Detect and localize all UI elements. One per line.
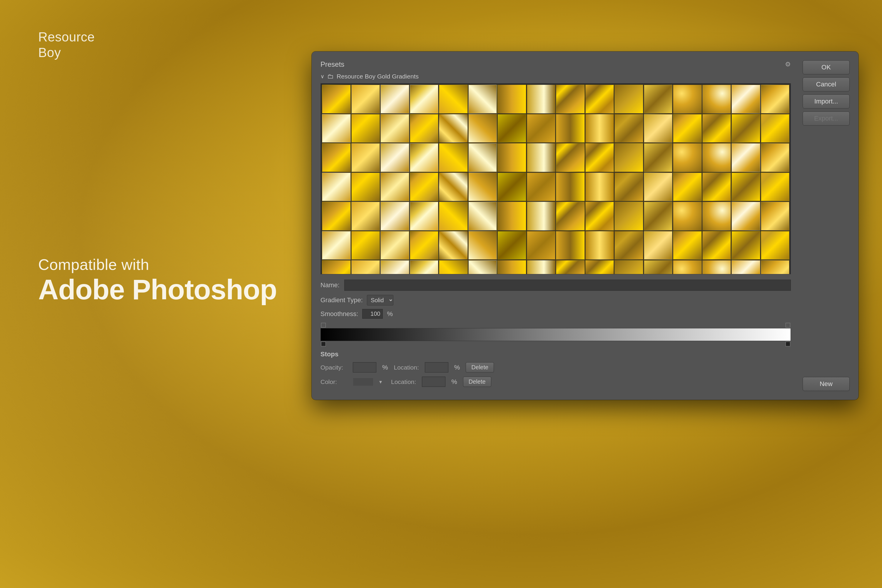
gradient-cell[interactable] bbox=[468, 260, 497, 274]
gradient-cell[interactable] bbox=[732, 114, 760, 143]
gradient-cell[interactable] bbox=[380, 260, 409, 274]
new-button[interactable]: New bbox=[802, 377, 850, 391]
opacity-stop-right[interactable] bbox=[786, 323, 790, 327]
gradient-cell[interactable] bbox=[673, 85, 702, 114]
gradient-cell[interactable] bbox=[673, 143, 702, 172]
gradient-cell[interactable] bbox=[761, 172, 790, 201]
opacity-delete-button[interactable]: Delete bbox=[466, 362, 494, 372]
gradient-cell[interactable] bbox=[702, 143, 731, 172]
gradient-cell[interactable] bbox=[410, 172, 439, 201]
gradient-cell[interactable] bbox=[585, 202, 614, 231]
gradient-cell[interactable] bbox=[498, 172, 526, 201]
gradient-cell[interactable] bbox=[410, 114, 439, 143]
gradient-cell[interactable] bbox=[556, 260, 585, 274]
gradient-cell[interactable] bbox=[644, 231, 673, 260]
gradient-cell[interactable] bbox=[410, 143, 439, 172]
gradient-cell[interactable] bbox=[761, 143, 790, 172]
gradient-cell[interactable] bbox=[527, 260, 556, 274]
gradient-cell[interactable] bbox=[556, 231, 585, 260]
color-stop-right[interactable] bbox=[786, 342, 790, 346]
gradient-cell[interactable] bbox=[527, 85, 556, 114]
gradient-cell[interactable] bbox=[527, 114, 556, 143]
gradient-cell[interactable] bbox=[439, 114, 468, 143]
gradient-cell[interactable] bbox=[439, 202, 468, 231]
gradient-cell[interactable] bbox=[468, 202, 497, 231]
gradient-cell[interactable] bbox=[380, 143, 409, 172]
gradient-cell[interactable] bbox=[673, 260, 702, 274]
smoothness-input[interactable] bbox=[362, 309, 383, 319]
gradient-cell[interactable] bbox=[439, 231, 468, 260]
gradient-cell[interactable] bbox=[673, 202, 702, 231]
folder-row[interactable]: ∨ 🗀 Resource Boy Gold Gradients bbox=[321, 73, 791, 80]
export-button[interactable]: Export... bbox=[802, 111, 850, 126]
gradient-cell[interactable] bbox=[732, 172, 760, 201]
gradient-cell[interactable] bbox=[644, 172, 673, 201]
gradient-cell[interactable] bbox=[644, 114, 673, 143]
name-input[interactable] bbox=[344, 280, 791, 291]
gradient-cell[interactable] bbox=[585, 231, 614, 260]
gradient-cell[interactable] bbox=[732, 231, 760, 260]
gradient-cell[interactable] bbox=[732, 260, 760, 274]
gradient-cell[interactable] bbox=[439, 260, 468, 274]
gradient-cell[interactable] bbox=[644, 143, 673, 172]
gradient-cell[interactable] bbox=[527, 231, 556, 260]
gradient-cell[interactable] bbox=[585, 114, 614, 143]
gradient-cell[interactable] bbox=[702, 231, 731, 260]
gradient-cell[interactable] bbox=[615, 260, 643, 274]
gradient-cell[interactable] bbox=[439, 143, 468, 172]
gradient-cell[interactable] bbox=[615, 172, 643, 201]
gradient-cell[interactable] bbox=[732, 85, 760, 114]
color-stop-left[interactable] bbox=[321, 342, 326, 346]
color-delete-button[interactable]: Delete bbox=[463, 376, 491, 387]
gradient-cell[interactable] bbox=[322, 260, 351, 274]
gradient-cell[interactable] bbox=[498, 231, 526, 260]
gradient-cell[interactable] bbox=[644, 85, 673, 114]
gradient-cell[interactable] bbox=[351, 143, 380, 172]
gradient-cell[interactable] bbox=[615, 114, 643, 143]
gradient-cell[interactable] bbox=[527, 172, 556, 201]
gradient-cell[interactable] bbox=[761, 231, 790, 260]
gradient-cell[interactable] bbox=[468, 143, 497, 172]
opacity-value-input[interactable] bbox=[353, 362, 376, 372]
gradient-cell[interactable] bbox=[761, 114, 790, 143]
gradient-cell[interactable] bbox=[322, 172, 351, 201]
gradient-cell[interactable] bbox=[702, 114, 731, 143]
gradient-cell[interactable] bbox=[556, 202, 585, 231]
gradient-cell[interactable] bbox=[585, 260, 614, 274]
gradient-cell[interactable] bbox=[761, 260, 790, 274]
gradient-type-select[interactable]: Solid Noise bbox=[367, 295, 393, 306]
gradient-cell[interactable] bbox=[439, 85, 468, 114]
gradient-cell[interactable] bbox=[380, 202, 409, 231]
gradient-cell[interactable] bbox=[615, 231, 643, 260]
gradient-cell[interactable] bbox=[380, 172, 409, 201]
color-dropdown-icon[interactable]: ▾ bbox=[379, 379, 385, 385]
gradient-cell[interactable] bbox=[702, 85, 731, 114]
gradient-cell[interactable] bbox=[468, 172, 497, 201]
import-button[interactable]: Import... bbox=[802, 94, 850, 108]
opacity-stop-left[interactable] bbox=[321, 323, 326, 327]
gradient-cell[interactable] bbox=[380, 231, 409, 260]
gradient-cell[interactable] bbox=[702, 260, 731, 274]
gradient-cell[interactable] bbox=[468, 85, 497, 114]
gradient-cell[interactable] bbox=[644, 202, 673, 231]
gradient-cell[interactable] bbox=[585, 85, 614, 114]
gradient-cell[interactable] bbox=[498, 202, 526, 231]
gradient-cell[interactable] bbox=[351, 202, 380, 231]
gradient-cell[interactable] bbox=[468, 231, 497, 260]
gradient-cell[interactable] bbox=[380, 85, 409, 114]
gradient-cell[interactable] bbox=[498, 260, 526, 274]
gradient-cell[interactable] bbox=[439, 172, 468, 201]
gradient-bar[interactable] bbox=[321, 328, 791, 341]
gradient-cell[interactable] bbox=[556, 114, 585, 143]
gradient-cell[interactable] bbox=[673, 114, 702, 143]
gradient-cell[interactable] bbox=[732, 143, 760, 172]
color-swatch[interactable] bbox=[353, 378, 374, 386]
gradient-cell[interactable] bbox=[351, 85, 380, 114]
gradient-cell[interactable] bbox=[585, 172, 614, 201]
ok-button[interactable]: OK bbox=[802, 60, 850, 74]
gradient-cell[interactable] bbox=[351, 260, 380, 274]
gradient-cell[interactable] bbox=[468, 114, 497, 143]
color-location-input[interactable] bbox=[422, 376, 446, 387]
gradient-cell[interactable] bbox=[556, 85, 585, 114]
gradient-cell[interactable] bbox=[410, 231, 439, 260]
